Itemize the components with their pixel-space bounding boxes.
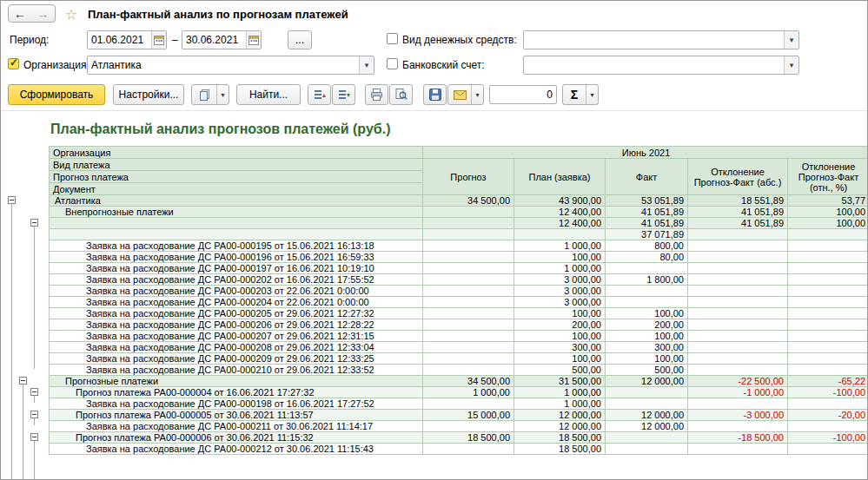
cell-value: -22 500,00 bbox=[688, 376, 788, 387]
collapse-group-button[interactable] bbox=[19, 377, 27, 385]
cell-value: 43 900,00 bbox=[514, 195, 606, 207]
period-more-button[interactable]: ... bbox=[288, 30, 312, 49]
cell-value bbox=[606, 432, 688, 444]
calendar-icon bbox=[154, 35, 164, 45]
cell-value bbox=[606, 398, 688, 410]
table-row[interactable]: Прогнозные платежи34 500,0031 500,0012 0… bbox=[50, 376, 868, 387]
cell-value bbox=[788, 398, 868, 410]
table-row[interactable]: Заявка на расходование ДС РА00-000210 от… bbox=[50, 365, 868, 376]
table-row[interactable]: Прогноз платежа РА00-000005 от 30.06.202… bbox=[50, 410, 868, 421]
table-row[interactable]: Заявка на расходование ДС РА00-000197 от… bbox=[50, 263, 868, 274]
collapse-group-button[interactable] bbox=[30, 219, 38, 227]
print-button[interactable] bbox=[365, 84, 388, 105]
table-row[interactable]: Заявка на расходование ДС РА00-000207 от… bbox=[50, 331, 868, 342]
quick-sum-input[interactable] bbox=[490, 86, 556, 103]
sum-button[interactable]: Σ ▾ bbox=[562, 84, 599, 105]
chevron-down-icon[interactable]: ▾ bbox=[586, 85, 598, 104]
table-row[interactable]: Заявка на расходование ДС РА00-000204 от… bbox=[50, 297, 868, 308]
table-row[interactable]: Заявка на расходование ДС РА00-000202 от… bbox=[50, 274, 868, 286]
save-button[interactable] bbox=[423, 84, 447, 105]
table-row[interactable]: Внепрогнозные платежи12 400,0041 051,894… bbox=[50, 207, 868, 218]
collapse-group-button[interactable] bbox=[30, 388, 38, 396]
cell-value: 53,77 bbox=[788, 195, 868, 207]
cell-value: 53 051,89 bbox=[606, 195, 688, 207]
period-from-field[interactable] bbox=[87, 30, 167, 49]
table-row[interactable]: Заявка на расходование ДС РА00-000203 от… bbox=[50, 286, 868, 297]
table-row[interactable]: Заявка на расходование ДС РА00-000212 от… bbox=[50, 444, 868, 455]
forward-button[interactable]: → bbox=[31, 4, 56, 23]
table-row[interactable]: 37 071,89 bbox=[50, 229, 868, 240]
bank-account-checkbox[interactable] bbox=[387, 58, 398, 69]
collapse-group-button[interactable] bbox=[8, 196, 16, 204]
chevron-down-icon[interactable]: ▾ bbox=[784, 31, 798, 49]
cell-value bbox=[788, 229, 868, 240]
period-to-field[interactable] bbox=[182, 30, 262, 49]
organization-checkbox[interactable]: ✓ bbox=[8, 58, 19, 69]
send-mail-button[interactable]: ▾ bbox=[447, 84, 484, 105]
table-row[interactable]: Прогноз платежа РА00-000006 от 30.06.202… bbox=[50, 432, 868, 444]
cell-value bbox=[423, 297, 514, 308]
cell-value bbox=[788, 319, 868, 331]
collapse-group-button[interactable] bbox=[30, 433, 38, 441]
calendar-icon[interactable] bbox=[151, 31, 166, 49]
calendar-icon[interactable] bbox=[246, 31, 261, 49]
chevron-down-icon[interactable]: ▾ bbox=[784, 56, 798, 74]
settings-button[interactable]: Настройки... bbox=[113, 84, 184, 105]
cell-value: 800,00 bbox=[606, 240, 688, 252]
cell-value: 80,00 bbox=[606, 252, 688, 263]
row-label: Прогноз платежа РА00-000006 от 30.06.202… bbox=[50, 432, 423, 444]
expand-groups-icon bbox=[338, 89, 350, 101]
table-row[interactable]: Атлантика34 500,0043 900,0053 051,8918 5… bbox=[50, 195, 868, 207]
table-row[interactable]: Заявка на расходование ДС РА00-000209 от… bbox=[50, 353, 868, 365]
preview-icon bbox=[395, 89, 407, 101]
cell-value bbox=[423, 308, 514, 319]
report-variants-button[interactable]: ▾ bbox=[191, 84, 229, 105]
table-row[interactable]: Заявка на расходование ДС РА00-000196 от… bbox=[50, 252, 868, 263]
cell-value: 18 500,00 bbox=[423, 432, 514, 444]
cash-type-input[interactable] bbox=[524, 31, 784, 49]
table-row[interactable]: Заявка на расходование ДС РА00-000205 от… bbox=[50, 308, 868, 319]
organization-input[interactable] bbox=[88, 56, 359, 74]
chevron-down-icon[interactable]: ▾ bbox=[471, 85, 483, 104]
cell-value bbox=[423, 218, 514, 229]
table-row[interactable]: 12 400,0041 051,8941 051,89100,00 bbox=[50, 218, 868, 229]
period-from-input[interactable] bbox=[88, 31, 151, 49]
cash-type-checkbox[interactable] bbox=[387, 33, 398, 44]
bank-account-label: Банковский счет: bbox=[402, 59, 485, 71]
row-label: Прогнозные платежи bbox=[50, 376, 423, 387]
expand-groups-button[interactable] bbox=[332, 84, 355, 105]
cell-value: -1 000,00 bbox=[688, 387, 788, 398]
cell-value: -3 000,00 bbox=[688, 410, 788, 421]
report-header: Организация Июнь 2021 Вид платежа Прогно… bbox=[50, 147, 868, 195]
cell-value bbox=[688, 240, 788, 252]
preview-button[interactable] bbox=[389, 84, 413, 105]
bank-account-input[interactable] bbox=[524, 56, 784, 74]
find-button[interactable]: Найти... bbox=[236, 84, 301, 105]
back-button[interactable]: ← bbox=[8, 4, 32, 23]
cell-value bbox=[688, 252, 788, 263]
cell-value bbox=[423, 319, 514, 331]
favorite-star-icon[interactable]: ☆ bbox=[65, 6, 77, 23]
cash-type-combo[interactable]: ▾ bbox=[523, 30, 799, 49]
print-icon bbox=[370, 89, 383, 101]
table-row[interactable]: Заявка на расходование ДС РА00-000211 от… bbox=[50, 421, 868, 432]
chevron-down-icon[interactable]: ▾ bbox=[216, 85, 229, 104]
row-label bbox=[50, 229, 423, 240]
cell-value: 200,00 bbox=[606, 319, 688, 331]
chevron-down-icon[interactable]: ▾ bbox=[359, 56, 374, 74]
quick-sum-field[interactable] bbox=[489, 85, 557, 104]
collapse-group-button[interactable] bbox=[30, 411, 38, 418]
collapse-groups-button[interactable] bbox=[308, 84, 331, 105]
period-to-input[interactable] bbox=[182, 31, 246, 49]
bank-account-combo[interactable]: ▾ bbox=[523, 56, 799, 75]
table-row[interactable]: Прогноз платежа РА00-000004 от 16.06.202… bbox=[50, 387, 868, 398]
table-row[interactable]: Заявка на расходование ДС РА00-000206 от… bbox=[50, 319, 868, 331]
table-row[interactable]: Заявка на расходование ДС РА00-000208 от… bbox=[50, 342, 868, 353]
cell-value: 100,00 bbox=[514, 252, 606, 263]
table-row[interactable]: Заявка на расходование ДС РА00-000198 от… bbox=[50, 398, 868, 410]
cell-value bbox=[688, 297, 788, 308]
page-title: План-фактный анализ по прогнозам платеже… bbox=[88, 8, 348, 21]
table-row[interactable]: Заявка на расходование ДС РА00-000195 от… bbox=[50, 240, 868, 252]
organization-combo[interactable]: ▾ bbox=[87, 56, 374, 75]
generate-button[interactable]: Сформировать bbox=[8, 84, 105, 105]
